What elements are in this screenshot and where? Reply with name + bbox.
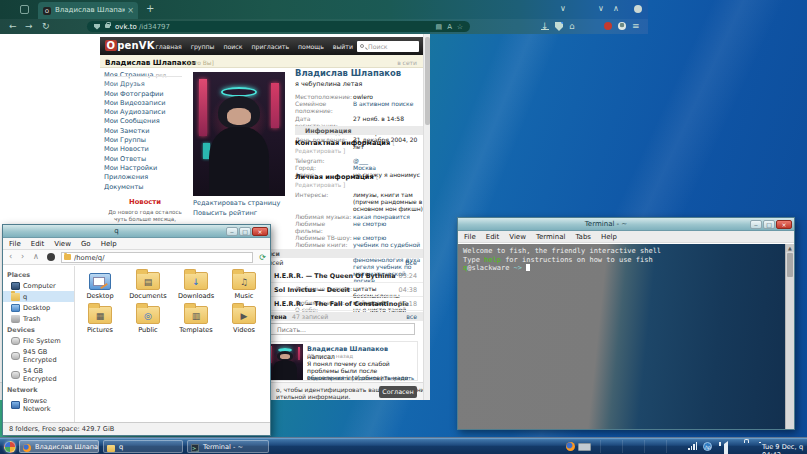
- back-icon[interactable]: ←: [9, 21, 17, 31]
- sidebar-item-groups[interactable]: Мои Группы: [100, 136, 190, 145]
- menu-edit[interactable]: Edit: [31, 238, 45, 249]
- lock-icon[interactable]: [105, 24, 110, 28]
- path-input[interactable]: [61, 252, 253, 263]
- translate-icon[interactable]: A: [447, 23, 452, 31]
- close-window-icon[interactable]: [634, 5, 642, 13]
- terminal-scrollbar[interactable]: ▲: [785, 244, 794, 429]
- maximize-button[interactable]: □: [763, 220, 775, 229]
- bookmark-star-icon[interactable]: ☆: [457, 23, 463, 31]
- firefox-view-icon[interactable]: [20, 5, 29, 14]
- maximize-window-icon[interactable]: ∧: [613, 4, 619, 13]
- folder-desktop[interactable]: Desktop: [78, 272, 122, 300]
- browser-tab[interactable]: O Владислав Шлапаков - Op ×: [38, 2, 138, 19]
- folder-pictures[interactable]: ▦ Pictures: [78, 306, 122, 334]
- nav-invite[interactable]: пригласить: [251, 43, 289, 50]
- post-author-avatar[interactable]: [267, 344, 303, 380]
- file-manager-titlebar[interactable]: q ‒ □ ×: [3, 225, 270, 238]
- home-icon[interactable]: [47, 253, 55, 261]
- minimize-button[interactable]: ‒: [750, 220, 762, 229]
- folder-music[interactable]: ♫ Music: [222, 272, 266, 300]
- volume-icon[interactable]: [721, 441, 728, 454]
- terminal-titlebar[interactable]: Terminal - ~ ‒ □ ×: [458, 218, 794, 231]
- folder-templates[interactable]: ▥ Templates: [174, 306, 218, 334]
- device-encrypted-945[interactable]: 945 GB Encrypted: [3, 346, 74, 365]
- post-timestamp[interactable]: 38 минут назад: [307, 353, 353, 359]
- scroll-up-arrow[interactable]: ▲: [786, 244, 794, 252]
- nav-search[interactable]: поиск: [223, 43, 242, 50]
- menu-view[interactable]: View: [54, 238, 71, 249]
- taskbar-button-filemanager[interactable]: q: [103, 440, 183, 453]
- network-signal-icon[interactable]: [688, 442, 698, 450]
- close-button[interactable]: ×: [776, 220, 792, 229]
- place-desktop[interactable]: Desktop: [3, 302, 74, 313]
- menu-go[interactable]: Go: [81, 238, 91, 249]
- place-home[interactable]: q: [3, 291, 74, 302]
- sidebar-item-apps[interactable]: Приложения: [100, 173, 190, 182]
- nav-logout[interactable]: выйти: [333, 43, 353, 50]
- tray-firefox-icon[interactable]: [566, 442, 575, 451]
- up-icon[interactable]: ∧: [33, 252, 39, 261]
- reader-mode-icon[interactable]: ▤: [435, 23, 442, 31]
- cookie-accept-button[interactable]: Согласен: [379, 386, 417, 398]
- maximize-button[interactable]: □: [239, 227, 251, 236]
- place-computer[interactable]: Computer: [3, 280, 74, 291]
- menu-help[interactable]: Help: [101, 238, 117, 249]
- sidebar-item-notes[interactable]: Мои Заметки: [100, 127, 190, 136]
- reload-icon[interactable]: ↻: [42, 21, 50, 31]
- close-button[interactable]: ×: [252, 227, 268, 236]
- folder-downloads[interactable]: ↓ Downloads: [174, 272, 218, 300]
- forward-icon[interactable]: ›: [21, 252, 24, 261]
- hp-icon[interactable]: hp: [703, 442, 712, 451]
- menu-hamburger-icon[interactable]: ≡: [632, 21, 640, 32]
- terminal-scrollbar-thumb[interactable]: [787, 253, 793, 277]
- edit-page-link[interactable]: Редактировать страницу: [193, 199, 280, 209]
- sidebar-item-settings[interactable]: Мои Настройки: [100, 164, 190, 173]
- sidebar-item-audios[interactable]: Мои Аудиозаписи: [100, 108, 190, 117]
- sidebar-item-answers[interactable]: Мои Ответы: [100, 155, 190, 164]
- folder-videos[interactable]: ▶ Videos: [222, 306, 266, 334]
- url-bar[interactable]: ovk.to /id34797 ▤ A ☆: [87, 21, 470, 32]
- nav-home[interactable]: главная: [155, 43, 181, 50]
- back-icon[interactable]: ‹: [9, 252, 12, 261]
- device-encrypted-54[interactable]: 54 GB Encrypted: [3, 365, 74, 384]
- close-tab-icon[interactable]: ×: [127, 2, 134, 19]
- nav-groups[interactable]: группы: [191, 43, 215, 50]
- new-tab-button[interactable]: +: [146, 3, 154, 14]
- network-browse[interactable]: Browse Network: [3, 395, 74, 414]
- menu-terminal[interactable]: Terminal: [536, 231, 566, 242]
- menu-tabs[interactable]: Tabs: [576, 231, 592, 242]
- menu-file[interactable]: File: [9, 238, 21, 249]
- post-author-link[interactable]: Владислав Шлапаков: [307, 345, 388, 353]
- nav-help[interactable]: помощь: [298, 43, 324, 50]
- folder-public[interactable]: ◎ Public: [126, 306, 170, 334]
- sidebar-item-news[interactable]: Мои Новости: [100, 145, 190, 154]
- profile-avatar[interactable]: [193, 72, 285, 196]
- sidebar-item-messages[interactable]: Мои Сообщения: [100, 117, 190, 126]
- taskbar-user[interactable]: q: [799, 443, 803, 451]
- menu-help[interactable]: Help: [601, 231, 617, 242]
- menu-edit[interactable]: Edit: [486, 231, 500, 242]
- site-search-input[interactable]: Поиск: [357, 41, 419, 52]
- adblock-extension-icon[interactable]: [604, 22, 612, 30]
- audio-all-link[interactable]: Все: [405, 259, 417, 267]
- terminal-output[interactable]: Welcome to fish, the friendly interactiv…: [458, 244, 794, 429]
- page-scrollbar-thumb[interactable]: [425, 37, 430, 125]
- home-icon[interactable]: ⌂: [569, 21, 575, 32]
- browser-titlebar[interactable]: O Владислав Шлапаков - Op × + ∨ ∨ ∧: [0, 0, 648, 19]
- taskbar-button-browser[interactable]: Владислав Шлапаков -...: [19, 440, 99, 453]
- minimize-window-icon[interactable]: ∨: [598, 4, 604, 13]
- tray-indicator-box[interactable]: [578, 443, 591, 451]
- boost-rating-link[interactable]: Повысить рейтинг: [193, 209, 280, 219]
- sidebar-item-photos[interactable]: Мои Фотографии: [100, 90, 190, 99]
- tracking-shield-icon[interactable]: [94, 24, 100, 30]
- menu-file[interactable]: File: [464, 231, 476, 242]
- minimize-button[interactable]: ‒: [226, 227, 238, 236]
- place-trash[interactable]: Trash: [3, 313, 74, 324]
- extension-shield-icon[interactable]: [555, 22, 563, 31]
- wall-all-link[interactable]: все: [406, 312, 417, 321]
- downloads-icon[interactable]: ↓: [541, 21, 549, 30]
- list-tabs-icon[interactable]: ∨: [560, 4, 566, 13]
- account-icon[interactable]: [618, 22, 626, 30]
- forward-icon[interactable]: →: [25, 21, 33, 31]
- refresh-icon[interactable]: ⟳: [259, 253, 266, 262]
